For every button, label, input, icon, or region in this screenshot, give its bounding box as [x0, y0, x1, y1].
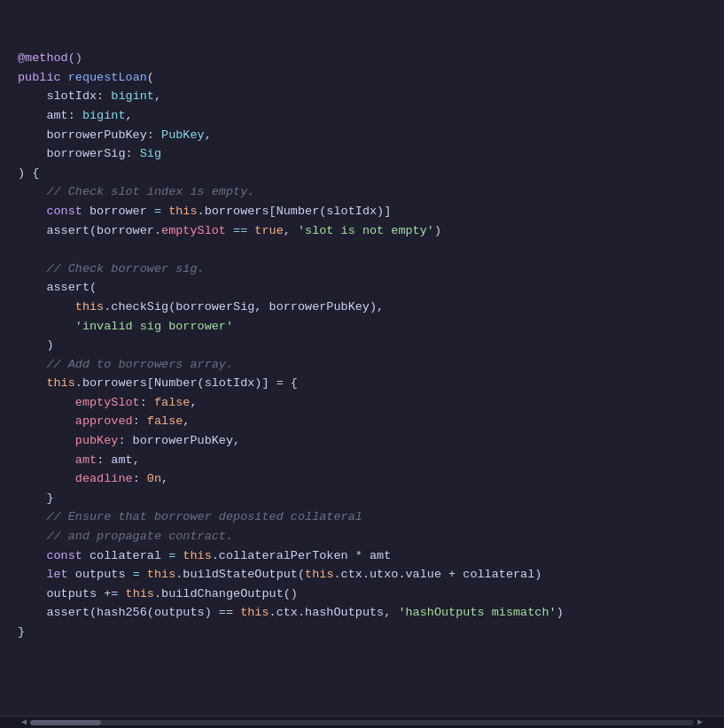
code-token: this	[46, 376, 74, 390]
scrollbar-thumb[interactable]	[30, 720, 101, 725]
code-token: }	[18, 625, 25, 639]
code-line: approved: false,	[18, 412, 706, 431]
code-token: assert(	[18, 281, 97, 294]
code-token: pubKey	[75, 434, 119, 447]
code-token: public	[18, 71, 68, 84]
code-token: =	[147, 205, 168, 218]
scrollbar-track[interactable]	[30, 720, 694, 725]
code-token	[18, 414, 75, 428]
code-token: PubKey	[161, 128, 205, 142]
code-line: this.checkSig(borrowerSig, borrowerPubKe…	[18, 298, 706, 317]
code-token: 0n	[147, 472, 161, 485]
code-line: deadline: 0n,	[18, 469, 706, 489]
code-token: borrowerPubKey:	[18, 128, 161, 142]
code-token	[18, 396, 75, 409]
code-token: this	[240, 606, 269, 619]
code-token: assert(borrower.	[18, 224, 161, 237]
code-token: amt:	[18, 109, 82, 122]
code-token: // Ensure that borrower deposited collat…	[18, 510, 362, 523]
horizontal-scrollbar[interactable]: ◀ ▶	[0, 716, 724, 728]
code-token: .checkSig(borrowerSig, borrowerPubKey),	[104, 300, 384, 314]
code-token	[18, 472, 75, 485]
scroll-right-arrow[interactable]: ▶	[694, 716, 706, 729]
code-token: =	[126, 568, 147, 581]
code-line: )	[18, 336, 706, 355]
code-token: deadline	[75, 472, 133, 485]
code-token: borrower	[90, 205, 147, 218]
code-token: ,	[126, 109, 133, 122]
code-line: slotIdx: bigint,	[18, 87, 706, 106]
scroll-left-arrow[interactable]: ◀	[18, 716, 30, 729]
code-token: .buildChangeOutput()	[154, 587, 298, 600]
code-token: const	[46, 549, 90, 562]
code-token: @method()	[18, 51, 82, 65]
code-token: outputs +=	[18, 587, 126, 600]
code-line: let outputs = this.buildStateOutput(this…	[18, 565, 706, 585]
code-token: emptySlot	[161, 224, 226, 237]
code-token: ) {	[18, 167, 39, 180]
code-token: this	[183, 549, 211, 562]
code-token: requestLoan	[68, 71, 147, 84]
code-token: .ctx.utxo.value + collateral)	[333, 568, 541, 581]
code-token: : amt,	[97, 453, 140, 467]
code-line: // Add to borrowers array.	[18, 355, 706, 375]
code-token: .ctx.hashOutputs,	[269, 606, 399, 619]
code-token	[18, 300, 75, 314]
code-line: assert(borrower.emptySlot == true, 'slot…	[18, 221, 706, 241]
code-token	[18, 549, 46, 562]
code-token: ,	[205, 128, 212, 142]
code-token: const	[46, 205, 90, 218]
code-editor: @method()public requestLoan( slotIdx: bi…	[0, 0, 724, 716]
code-line: const collateral = this.collateralPerTok…	[18, 546, 706, 566]
code-line	[18, 240, 706, 259]
code-line: ) {	[18, 164, 706, 183]
code-token: this	[168, 205, 197, 218]
code-token: 'hashOutputs mismatch'	[398, 606, 556, 619]
code-token: :	[133, 472, 147, 485]
code-token	[18, 434, 75, 447]
code-token: slotIdx:	[18, 89, 111, 103]
code-token: }	[18, 492, 54, 505]
code-token: this	[126, 587, 154, 600]
code-line: pubKey: borrowerPubKey,	[18, 431, 706, 451]
code-token: collateral	[90, 549, 161, 562]
code-token: ==	[226, 224, 254, 237]
code-line: assert(	[18, 278, 706, 298]
code-token: false	[154, 396, 191, 409]
code-token: ,	[183, 414, 190, 428]
code-line: this.borrowers[Number(slotIdx)] = {	[18, 374, 706, 393]
code-line: public requestLoan(	[18, 68, 706, 88]
code-token: borrowerSig:	[18, 147, 140, 160]
code-token	[18, 568, 46, 581]
code-token: assert(hash256(outputs) ==	[18, 606, 240, 619]
code-token	[18, 320, 75, 333]
code-token: )	[557, 606, 564, 619]
code-token: )	[18, 338, 54, 352]
code-token: this	[147, 568, 175, 581]
code-token: // Check borrower sig.	[18, 262, 205, 275]
code-token: false	[147, 414, 183, 428]
code-token: ,	[190, 396, 197, 409]
code-token: :	[140, 396, 154, 409]
code-line: 'invalid sig borrower'	[18, 317, 706, 337]
code-token: ,	[161, 472, 168, 485]
code-line: @method()	[18, 49, 706, 68]
code-line: // Ensure that borrower deposited collat…	[18, 507, 706, 527]
code-line: const borrower = this.borrowers[Number(s…	[18, 202, 706, 221]
code-token: approved	[75, 414, 133, 428]
code-block: @method()public requestLoan( slotIdx: bi…	[0, 11, 724, 642]
code-token: .buildStateOutput(	[175, 568, 305, 581]
code-token: this	[75, 300, 104, 314]
code-token: this	[305, 568, 333, 581]
code-token: // and propagate contract.	[18, 530, 233, 543]
code-line: // Check slot index is empty.	[18, 182, 706, 202]
code-token	[18, 376, 46, 390]
code-token: )	[434, 224, 441, 237]
code-line: outputs += this.buildChangeOutput()	[18, 585, 706, 604]
code-token: bigint	[82, 109, 126, 122]
code-line: }	[18, 489, 706, 508]
code-token: ,	[284, 224, 298, 237]
code-token: bigint	[111, 89, 154, 103]
code-token: let	[46, 568, 74, 581]
code-line: // Check borrower sig.	[18, 259, 706, 279]
